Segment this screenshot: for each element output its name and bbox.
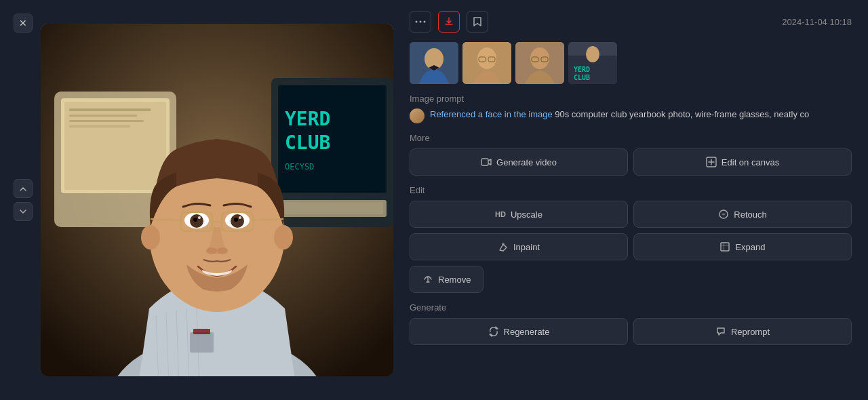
thumbnail-2[interactable]: [462, 42, 511, 84]
avatar-small: [410, 108, 425, 123]
svg-point-41: [477, 47, 496, 69]
upscale-label: Upscale: [511, 209, 542, 220]
prompt-section: Image prompt Referenced a face in the im…: [410, 94, 852, 123]
remove-icon: [422, 274, 433, 285]
retouch-label: Retouch: [734, 209, 766, 220]
thumbnail-3[interactable]: [515, 42, 564, 84]
reprompt-button[interactable]: Reprompt: [633, 318, 852, 345]
regenerate-icon: [488, 326, 499, 337]
prompt-text: Referenced a face in the image 90s compu…: [430, 108, 809, 121]
svg-point-37: [424, 21, 426, 23]
svg-point-27: [193, 218, 197, 222]
svg-point-30: [239, 216, 241, 219]
svg-rect-18: [190, 332, 214, 353]
svg-point-33: [206, 247, 217, 254]
edit-section-label: Edit: [410, 185, 852, 195]
edit-actions-grid-2: Inpaint Expand: [410, 233, 852, 260]
svg-rect-6: [69, 115, 137, 117]
nav-up-button[interactable]: [14, 179, 33, 198]
more-actions-grid: Generate video Edit on canvas: [410, 148, 852, 176]
svg-rect-5: [69, 108, 151, 111]
canvas-icon: [706, 157, 717, 167]
svg-point-28: [234, 218, 238, 222]
prompt-text-row: Referenced a face in the image 90s compu…: [410, 108, 852, 123]
reprompt-label: Reprompt: [731, 327, 770, 337]
remove-label: Remove: [438, 275, 471, 285]
svg-rect-57: [721, 243, 729, 251]
svg-text:YERD: YERD: [574, 66, 590, 73]
svg-rect-8: [69, 125, 130, 127]
expand-button[interactable]: Expand: [633, 233, 852, 260]
prompt-highlight: Referenced a face in the image: [430, 109, 553, 119]
svg-point-36: [420, 21, 422, 23]
edit-on-canvas-button[interactable]: Edit on canvas: [633, 148, 852, 176]
svg-point-29: [198, 216, 201, 219]
svg-text:CLUB: CLUB: [285, 132, 330, 154]
thumbnail-4[interactable]: YERD CLUB: [568, 42, 617, 84]
generate-video-label: Generate video: [496, 157, 557, 167]
svg-point-52: [586, 46, 599, 62]
svg-text:CLUB: CLUB: [574, 74, 590, 81]
svg-rect-19: [193, 329, 210, 334]
hd-icon: HD: [495, 210, 506, 218]
close-icon: ✕: [19, 18, 27, 28]
upscale-button[interactable]: HD Upscale: [410, 201, 628, 228]
main-image-area: YERD CLUB OECYSD: [41, 24, 393, 376]
inpaint-label: Inpaint: [513, 242, 540, 252]
more-section-label: More: [410, 133, 852, 143]
svg-point-35: [416, 21, 418, 23]
more-section: More Generate video: [410, 133, 852, 176]
edit-actions-grid-1: HD Upscale Retouch: [410, 201, 852, 228]
bookmark-button[interactable]: [467, 11, 488, 33]
main-container: ✕: [0, 0, 868, 400]
more-options-button[interactable]: [410, 11, 431, 33]
close-button[interactable]: ✕: [14, 14, 33, 33]
svg-rect-7: [69, 120, 144, 122]
expand-icon: [719, 241, 730, 252]
nav-arrows: [14, 179, 33, 221]
generate-section: Generate Regenerate: [410, 302, 852, 345]
svg-rect-16: [281, 202, 383, 214]
right-panel: 2024-11-04 10:18: [393, 0, 868, 400]
top-bar: 2024-11-04 10:18: [410, 11, 852, 33]
download-button[interactable]: [438, 11, 460, 33]
main-image: YERD CLUB OECYSD: [41, 24, 393, 376]
timestamp: 2024-11-04 10:18: [782, 17, 852, 27]
nav-down-button[interactable]: [14, 202, 33, 221]
edit-actions-grid-3: Remove: [410, 266, 852, 293]
svg-point-21: [141, 225, 160, 249]
generate-video-button[interactable]: Generate video: [410, 148, 628, 176]
retouch-icon: [718, 209, 729, 220]
generate-actions-grid: Regenerate Reprompt: [410, 318, 852, 345]
svg-point-34: [217, 247, 228, 254]
video-icon: [481, 157, 492, 167]
inpaint-icon: [498, 241, 509, 252]
regenerate-label: Regenerate: [504, 327, 550, 337]
svg-text:YERD: YERD: [285, 108, 330, 130]
retouch-button[interactable]: Retouch: [633, 201, 852, 228]
regenerate-button[interactable]: Regenerate: [410, 318, 628, 345]
portrait-svg: YERD CLUB OECYSD: [41, 24, 393, 376]
prompt-section-label: Image prompt: [410, 94, 852, 104]
thumbnail-1[interactable]: [410, 42, 458, 84]
prompt-body: 90s computer club yearbook photo, wire-f…: [553, 109, 810, 119]
inpaint-button[interactable]: Inpaint: [410, 233, 628, 260]
edit-section: Edit HD Upscale Retouch: [410, 185, 852, 293]
reprompt-icon: [715, 326, 726, 337]
generate-section-label: Generate: [410, 302, 852, 313]
thumbnails-row: YERD CLUB: [410, 42, 852, 84]
svg-rect-53: [481, 159, 488, 165]
svg-point-22: [274, 225, 293, 249]
edit-on-canvas-label: Edit on canvas: [722, 157, 779, 167]
remove-button[interactable]: Remove: [410, 266, 484, 293]
svg-point-56: [502, 243, 505, 245]
expand-label: Expand: [735, 242, 765, 252]
svg-text:OECYSD: OECYSD: [285, 162, 314, 172]
svg-point-45: [530, 47, 549, 69]
